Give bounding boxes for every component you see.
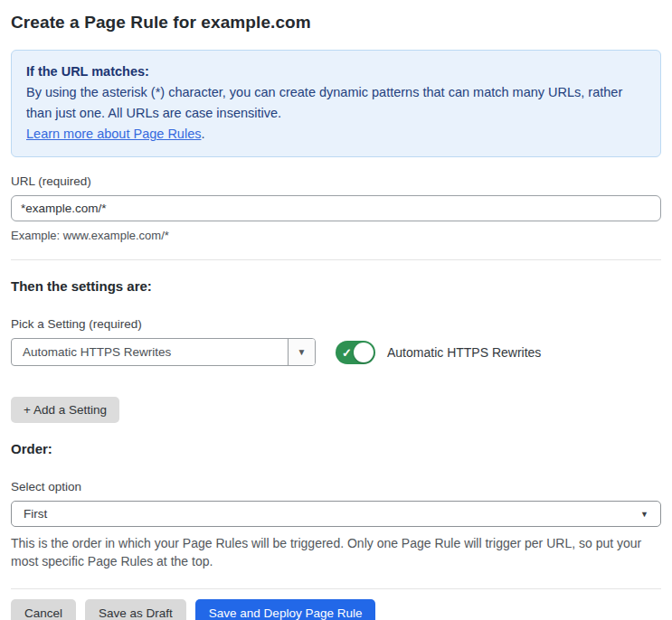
select-arrow-icon: ▼ — [640, 510, 648, 519]
url-matches-info-box: If the URL matches: By using the asteris… — [11, 50, 661, 157]
setting-dropdown-value: Automatic HTTPS Rewrites — [12, 339, 288, 365]
info-box-heading: If the URL matches: — [26, 61, 646, 82]
url-field-help: Example: www.example.com/* — [11, 229, 661, 242]
save-as-draft-button[interactable]: Save as Draft — [85, 599, 186, 620]
section-divider — [11, 259, 661, 260]
info-box-body: By using the asterisk (*) character, you… — [26, 82, 646, 124]
cancel-button[interactable]: Cancel — [11, 599, 76, 620]
footer-divider — [11, 588, 661, 589]
order-select[interactable]: First ▼ — [11, 501, 661, 527]
toggle-check-icon: ✓ — [342, 346, 352, 358]
url-input[interactable] — [11, 195, 661, 221]
learn-more-link[interactable]: Learn more about Page Rules — [26, 127, 201, 141]
toggle-knob — [354, 343, 374, 362]
order-select-value: First — [24, 507, 47, 521]
page-rule-form: Create a Page Rule for example.com If th… — [0, 0, 672, 620]
chevron-down-icon[interactable]: ▼ — [288, 339, 315, 365]
page-title: Create a Page Rule for example.com — [11, 13, 661, 33]
order-help-text: This is the order in which your Page Rul… — [11, 534, 661, 570]
info-box-link-line: Learn more about Page Rules. — [26, 124, 646, 145]
footer-actions: Cancel Save as Draft Save and Deploy Pag… — [11, 599, 661, 620]
save-and-deploy-button[interactable]: Save and Deploy Page Rule — [195, 599, 376, 620]
order-select-label: Select option — [11, 480, 661, 493]
toggle-label: Automatic HTTPS Rewrites — [387, 345, 541, 360]
setting-dropdown[interactable]: Automatic HTTPS Rewrites ▼ — [11, 338, 316, 366]
add-setting-button[interactable]: + Add a Setting — [11, 397, 119, 423]
setting-toggle[interactable]: ✓ — [336, 341, 375, 364]
link-suffix: . — [201, 127, 204, 141]
settings-section-heading: Then the settings are: — [11, 278, 661, 294]
setting-row: Automatic HTTPS Rewrites ▼ ✓ Automatic H… — [11, 338, 661, 366]
url-field-label: URL (required) — [11, 174, 661, 188]
pick-setting-label: Pick a Setting (required) — [11, 317, 661, 331]
order-section-heading: Order: — [11, 441, 661, 456]
